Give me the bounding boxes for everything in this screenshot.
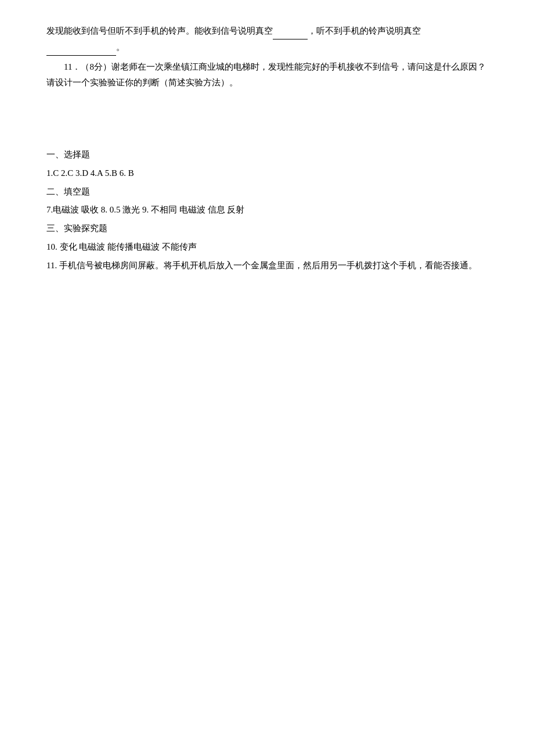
blank-2	[46, 47, 116, 56]
blank-1	[273, 31, 308, 39]
question-continuation: 发现能收到信号但听不到手机的铃声。能收到信号说明真空 ，听不到手机的铃声说明真空…	[46, 23, 488, 56]
document-content: 发现能收到信号但听不到手机的铃声。能收到信号说明真空 ，听不到手机的铃声说明真空…	[46, 23, 488, 273]
answer-section: 一、选择题 1.C 2.C 3.D 4.A 5.B 6. B 二、填空题 7.电…	[46, 147, 488, 273]
question-intro-text: 发现能收到信号但听不到手机的铃声。能收到信号说明真空	[46, 26, 273, 35]
section2-title: 二、填空题	[46, 184, 488, 200]
section3-title: 三、实验探究题	[46, 221, 488, 237]
section1-title: 一、选择题	[46, 147, 488, 163]
section1-answers: 1.C 2.C 3.D 4.A 5.B 6. B	[46, 165, 488, 182]
section2-answers: 7.电磁波 吸收 8. 0.5 激光 9. 不相同 电磁波 信息 反射	[46, 202, 488, 218]
question-11-text: 11．（8分）谢老师在一次乘坐镇江商业城的电梯时，发现性能完好的手机接收不到信号…	[46, 62, 486, 88]
section3-q10: 10. 变化 电磁波 能传播电磁波 不能传声	[46, 239, 488, 255]
answer-writing-space	[46, 95, 488, 129]
section3-q11: 11. 手机信号被电梯房间屏蔽。将手机开机后放入一个金属盒里面，然后用另一手机拨…	[46, 258, 488, 274]
question-11: 11．（8分）谢老师在一次乘坐镇江商业城的电梯时，发现性能完好的手机接收不到信号…	[46, 59, 488, 92]
